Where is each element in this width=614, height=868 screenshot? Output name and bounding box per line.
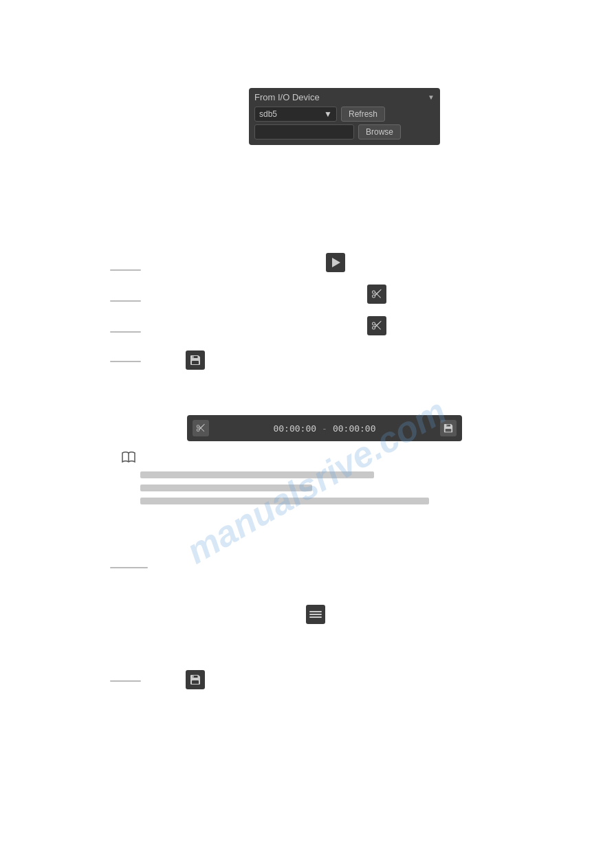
decorative-line-2 [110, 300, 141, 302]
floppy-disk-icon-2 [190, 674, 201, 685]
decorative-line-5 [110, 567, 148, 568]
scissors-icon-2 [371, 320, 382, 331]
text-line-1 [140, 471, 374, 478]
play-button[interactable] [326, 253, 345, 272]
scissors-in-bar-button[interactable] [193, 420, 209, 436]
device-select-value: sdb5 [259, 109, 277, 119]
scissors-button-1[interactable] [367, 285, 386, 304]
scissors-button-2[interactable] [367, 316, 386, 335]
time-start: 00:00:00 [273, 423, 316, 434]
book-icon [121, 451, 136, 467]
save-button-1[interactable] [186, 350, 205, 370]
list-line-1 [309, 611, 322, 612]
device-select-arrow: ▼ [324, 109, 332, 119]
text-line-3 [140, 498, 429, 504]
watermark: manualsrive.com [34, 199, 598, 763]
time-range-bar: 00:00:00 - 00:00:00 [187, 415, 462, 441]
decorative-line-3 [110, 331, 141, 333]
floppy-disk-icon-1 [190, 355, 201, 366]
time-separator: - [322, 423, 327, 434]
io-device-select-row: sdb5 ▼ Refresh [254, 107, 435, 122]
scissors-icon-1 [371, 289, 382, 300]
list-line-2 [309, 614, 322, 615]
save-in-bar-button[interactable] [440, 420, 457, 436]
text-line-2 [140, 485, 312, 491]
io-device-widget: From I/O Device ▼ sdb5 ▼ Refresh Browse [249, 88, 440, 145]
scissors-bar-icon [196, 423, 206, 433]
book-svg-icon [121, 451, 136, 463]
play-triangle-icon [332, 258, 340, 267]
time-display: 00:00:00 - 00:00:00 [215, 423, 435, 434]
io-device-title: From I/O Device [254, 92, 320, 102]
io-device-path-row: Browse [254, 124, 435, 140]
decorative-line-4 [110, 361, 141, 362]
list-button[interactable] [306, 605, 325, 624]
device-select-dropdown[interactable]: sdb5 ▼ [254, 107, 337, 122]
decorative-line-1 [110, 269, 141, 271]
floppy-bar-icon [443, 423, 453, 433]
list-line-3 [309, 616, 322, 618]
io-device-title-arrow: ▼ [428, 93, 435, 101]
time-end: 00:00:00 [333, 423, 376, 434]
decorative-line-6 [110, 680, 141, 682]
io-device-header: From I/O Device ▼ [254, 92, 435, 102]
refresh-button[interactable]: Refresh [341, 107, 385, 122]
path-input[interactable] [254, 124, 354, 140]
save-button-2[interactable] [186, 670, 205, 689]
browse-button[interactable]: Browse [358, 124, 401, 140]
